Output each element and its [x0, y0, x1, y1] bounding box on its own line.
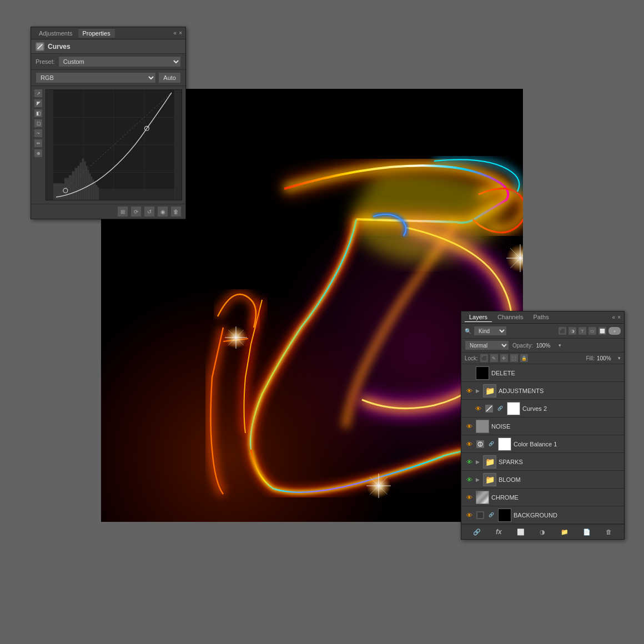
lock-all-icon[interactable]: 🔒: [520, 354, 528, 362]
layer-name-noise: NOISE: [491, 423, 621, 430]
layer-thumb-delete: [476, 366, 489, 380]
layer-row-curves2[interactable]: 👁 🔗 Curves 2: [461, 400, 624, 417]
svg-rect-28: [84, 162, 86, 200]
pencil-tool[interactable]: ✏: [34, 139, 42, 147]
new-layer-icon[interactable]: 📄: [582, 527, 592, 537]
lock-position-icon[interactable]: ✛: [500, 354, 508, 362]
group-arrow-sparks[interactable]: ▶: [476, 459, 480, 465]
layer-thumb-adjustments: 📁: [483, 384, 496, 398]
clip-icon[interactable]: ⟳: [131, 207, 141, 217]
layer-name-background: BACKGROUND: [514, 512, 621, 519]
layer-row-bloom[interactable]: 👁 ▶ 📁 BLOOM: [461, 471, 624, 489]
toggle-filter-icon[interactable]: ●: [608, 327, 621, 335]
svg-rect-29: [86, 166, 88, 200]
channel-select[interactable]: RGB Red Green Blue: [36, 72, 156, 83]
lock-transparency-icon[interactable]: ⬛: [480, 354, 488, 362]
tab-properties[interactable]: Properties: [78, 29, 115, 38]
layer-row-delete[interactable]: 👁 DELETE: [461, 364, 624, 382]
layer-visibility-colorbalance[interactable]: 👁: [465, 440, 474, 449]
blend-mode-select[interactable]: Normal Multiply Screen Overlay: [465, 340, 509, 350]
layer-name-sparks: SPARKS: [499, 459, 621, 465]
fill-chevron[interactable]: ▾: [618, 355, 621, 361]
layer-name-adjustments: ADJUSTMENTS: [499, 388, 621, 394]
curves-toolbar: RGB Red Green Blue Auto: [31, 70, 185, 86]
layer-name-delete: DELETE: [491, 370, 621, 376]
lock-pixels-icon[interactable]: ✎: [490, 354, 498, 362]
adjustment-filter-icon[interactable]: ◑: [568, 327, 576, 335]
svg-rect-31: [89, 173, 90, 200]
layers-panel-controls: « ×: [612, 314, 621, 320]
eye-icon-bottom[interactable]: ◉: [158, 207, 168, 217]
target-tool[interactable]: ⊕: [34, 149, 42, 157]
opacity-label: Opacity:: [512, 343, 533, 349]
type-filter-icon[interactable]: T: [578, 327, 586, 335]
layer-name-bloom: BLOOM: [499, 476, 621, 483]
group-arrow-bloom[interactable]: ▶: [476, 477, 480, 482]
panel-bottom-toolbar: ⊞ ⟳ ↺ ◉ 🗑: [31, 204, 185, 219]
curves-graph[interactable]: [46, 89, 182, 200]
layer-visibility-delete[interactable]: 👁: [465, 369, 474, 378]
layer-row-adjustments[interactable]: 👁 ▶ 📁 ADJUSTMENTS: [461, 382, 624, 400]
search-icon: 🔍: [465, 328, 471, 334]
svg-rect-34: [94, 182, 95, 200]
eyedropper-white[interactable]: ◻: [34, 119, 42, 127]
svg-rect-30: [87, 170, 89, 200]
layer-thumb-colorbalance: [498, 437, 511, 451]
layer-row-chrome[interactable]: 👁 CHROME: [461, 489, 624, 506]
new-group-icon[interactable]: 📁: [560, 527, 570, 537]
panel-controls: « ×: [174, 30, 182, 36]
add-mask-icon[interactable]: ⬜: [516, 527, 526, 537]
layer-visibility-sparks[interactable]: 👁: [465, 457, 474, 466]
tab-adjustments[interactable]: Adjustments: [34, 29, 77, 38]
layers-collapse-button[interactable]: «: [612, 314, 616, 320]
trash-icon-bottom[interactable]: 🗑: [171, 207, 181, 217]
shape-filter-icon[interactable]: ▭: [588, 327, 596, 335]
lock-artboards-icon[interactable]: ⬚: [510, 354, 518, 362]
visibility-icon[interactable]: ↺: [144, 207, 154, 217]
link-layers-icon[interactable]: 🔗: [472, 527, 482, 537]
fx-icon[interactable]: fx: [494, 527, 504, 537]
kind-select[interactable]: Kind: [474, 326, 507, 336]
pixel-filter-icon[interactable]: ⬛: [559, 327, 566, 335]
svg-rect-26: [80, 163, 82, 200]
layers-titlebar: Layers Channels Paths « ×: [461, 311, 624, 324]
eyedropper-black[interactable]: ◤: [34, 99, 42, 107]
smooth-tool[interactable]: ~: [34, 129, 42, 137]
layer-name-curves2: Curves 2: [522, 405, 621, 412]
layer-thumb-background: [498, 509, 511, 522]
opacity-chevron[interactable]: ▾: [559, 343, 561, 348]
pointer-tool[interactable]: ↗: [34, 89, 42, 97]
panel-close-button[interactable]: ×: [179, 30, 182, 36]
layers-close-button[interactable]: ×: [617, 314, 621, 320]
layer-visibility-curves2[interactable]: 👁: [474, 404, 482, 413]
layer-visibility-noise[interactable]: 👁: [465, 422, 474, 431]
preset-select[interactable]: Custom: [58, 56, 181, 67]
adjustment-icon-bottom[interactable]: ⊞: [118, 207, 128, 217]
panel-collapse-button[interactable]: «: [174, 30, 177, 36]
layer-visibility-adjustments[interactable]: 👁: [465, 386, 474, 395]
svg-rect-24: [75, 168, 78, 200]
svg-rect-22: [69, 175, 72, 200]
svg-rect-36: [97, 187, 99, 200]
auto-button[interactable]: Auto: [158, 72, 181, 83]
layer-row-noise[interactable]: 👁 NOISE: [461, 417, 624, 435]
new-adjustment-icon[interactable]: ◑: [537, 527, 547, 537]
curves-area: ↗ ◤ ◧ ◻ ~ ✏ ⊕: [31, 86, 185, 204]
layer-visibility-bloom[interactable]: 👁: [465, 475, 474, 484]
layer-row-sparks[interactable]: 👁 ▶ 📁 SPARKS: [461, 453, 624, 471]
layer-row-colorbalance[interactable]: 👁 🔗 Color Balance 1: [461, 435, 624, 453]
layer-thumb-sparks: 📁: [483, 455, 496, 469]
eyedropper-gray[interactable]: ◧: [34, 109, 42, 117]
background-link-icon: 🔗: [487, 511, 496, 520]
svg-rect-20: [53, 183, 64, 200]
layers-blend-row: Normal Multiply Screen Overlay Opacity: …: [461, 339, 624, 353]
group-arrow-adjustments[interactable]: ▶: [476, 388, 480, 394]
delete-layer-icon[interactable]: 🗑: [603, 527, 613, 537]
smartobject-filter-icon[interactable]: ⬜: [598, 327, 606, 335]
tab-layers[interactable]: Layers: [465, 313, 492, 322]
tab-paths[interactable]: Paths: [529, 313, 554, 322]
layer-visibility-background[interactable]: 👁: [465, 511, 474, 520]
layer-row-background[interactable]: 👁 🔗 BACKGROUND: [461, 506, 624, 524]
tab-channels[interactable]: Channels: [493, 313, 527, 322]
layer-visibility-chrome[interactable]: 👁: [465, 493, 474, 502]
